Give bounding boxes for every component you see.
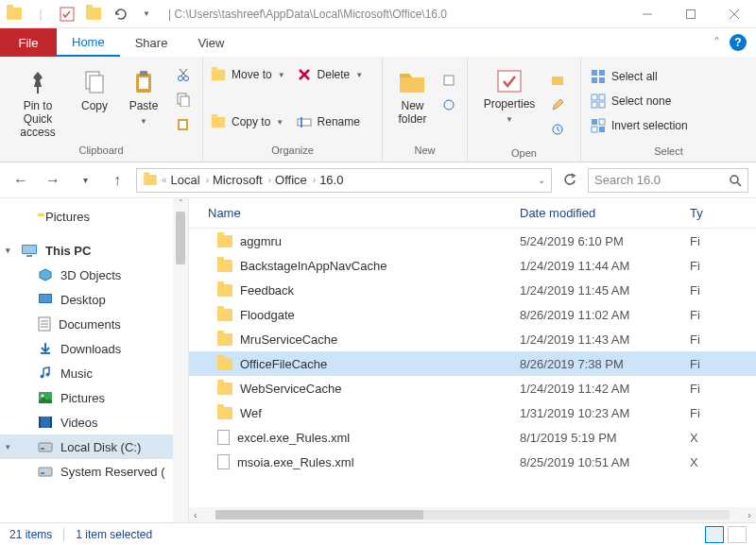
home-tab[interactable]: Home (57, 28, 120, 57)
select-all-button[interactable]: Select all (587, 64, 662, 89)
recent-dropdown[interactable]: ▾ (72, 167, 98, 194)
rename-button[interactable]: Rename (293, 110, 368, 134)
refresh-button[interactable] (558, 168, 582, 193)
new-folder-button[interactable]: New folder (390, 62, 435, 127)
tree-item[interactable]: Downloads (0, 336, 188, 361)
maximize-button[interactable] (669, 0, 713, 28)
file-type: Fi (690, 382, 756, 396)
quick-access-toolbar: | ▼ (0, 6, 161, 23)
tree-item[interactable]: Desktop (0, 287, 188, 312)
details-view-button[interactable] (705, 526, 724, 543)
breadcrumb[interactable]: « Local› Microsoft› Office› 16.0 ⌄ (136, 168, 552, 193)
file-list[interactable]: aggmru 5/24/2019 6:10 PM Fi BackstageInA… (189, 229, 756, 507)
copy-button[interactable]: Copy (72, 62, 117, 113)
open-button[interactable] (547, 68, 568, 93)
file-tab[interactable]: File (0, 28, 57, 57)
expand-icon[interactable]: ▾ (6, 246, 10, 255)
tree-item[interactable]: ▾Local Disk (C:) (0, 434, 188, 459)
navigation-tree[interactable]: Pictures▾This PC3D ObjectsDesktopDocumen… (0, 198, 189, 522)
properties-qat-icon[interactable] (59, 6, 76, 23)
delete-icon (297, 67, 312, 82)
folder-qat-icon[interactable] (85, 6, 102, 23)
file-row[interactable]: Wef 1/31/2019 10:23 AM Fi (189, 400, 756, 425)
tree-item[interactable]: ▾This PC (0, 238, 188, 263)
file-name: msoia.exe_Rules.xml (237, 455, 354, 469)
tree-item[interactable]: Pictures (0, 204, 188, 229)
new-item-button[interactable] (438, 68, 459, 93)
file-row[interactable]: BackstageInAppNavCache 1/24/2019 11:44 A… (189, 253, 756, 278)
tree-item[interactable]: Music (0, 361, 188, 385)
horizontal-scrollbar[interactable]: ‹ › (189, 507, 756, 522)
tree-item[interactable]: 3D Objects (0, 263, 188, 287)
tree-item[interactable]: Documents (0, 312, 188, 336)
breadcrumb-item[interactable]: Office› (275, 173, 316, 187)
forward-button[interactable]: → (40, 167, 66, 194)
status-bar: 21 items 1 item selected (0, 522, 756, 545)
file-name: WebServiceCache (240, 382, 341, 396)
share-tab[interactable]: Share (120, 28, 183, 57)
scissors-icon (176, 67, 191, 82)
expand-icon[interactable]: ▾ (6, 442, 10, 451)
tree-scrollbar[interactable]: ˄ (173, 198, 188, 522)
paste-shortcut-button[interactable] (172, 111, 195, 136)
pin-to-quick-access-button[interactable]: Pin to Quick access (8, 62, 68, 139)
file-icon (217, 454, 230, 469)
file-row[interactable]: Floodgate 8/26/2019 11:02 AM Fi (189, 302, 756, 327)
column-type[interactable]: Ty (690, 206, 756, 220)
history-button[interactable] (547, 117, 568, 142)
tree-item-icon (38, 292, 53, 307)
close-button[interactable] (713, 0, 756, 28)
breadcrumb-item[interactable]: Microsoft› (213, 173, 271, 187)
tree-item[interactable]: Pictures (0, 385, 188, 410)
copy-path-button[interactable] (172, 87, 195, 111)
search-input[interactable]: Search 16.0 (588, 168, 748, 193)
thumbnails-view-button[interactable] (728, 526, 747, 543)
up-button[interactable]: ↑ (104, 167, 130, 194)
scroll-left-icon[interactable]: ‹ (189, 510, 202, 520)
file-row[interactable]: excel.exe_Rules.xml 8/1/2019 5:19 PM X (189, 425, 756, 450)
select-none-button[interactable]: Select none (587, 89, 675, 113)
file-row[interactable]: MruServiceCache 1/24/2019 11:43 AM Fi (189, 327, 756, 351)
scroll-right-icon[interactable]: › (743, 510, 756, 520)
column-date[interactable]: Date modified (520, 206, 690, 220)
column-name[interactable]: Name (189, 206, 520, 220)
file-row[interactable]: Feedback 1/24/2019 11:45 AM Fi (189, 278, 756, 302)
select-none-icon (591, 94, 606, 109)
qat-dropdown-icon[interactable]: ▼ (138, 6, 155, 23)
tree-item[interactable]: Videos (0, 410, 188, 434)
properties-button[interactable]: Properties ▼ (475, 62, 543, 124)
svg-rect-32 (599, 77, 605, 83)
breadcrumb-item[interactable]: Local› (171, 173, 209, 187)
tree-item-label: 3D Objects (60, 268, 121, 282)
file-row[interactable]: msoia.exe_Rules.xml 8/25/2019 10:51 AM X (189, 450, 756, 474)
search-placeholder: Search 16.0 (594, 173, 661, 187)
file-date: 8/25/2019 10:51 AM (520, 455, 690, 469)
scrollbar-thumb[interactable] (215, 510, 423, 519)
file-row[interactable]: WebServiceCache 1/24/2019 11:42 AM Fi (189, 376, 756, 400)
delete-button[interactable]: Delete▼ (293, 62, 368, 87)
easy-access-button[interactable] (438, 93, 459, 117)
folder-icon (217, 284, 232, 297)
view-tab[interactable]: View (182, 28, 239, 57)
svg-rect-63 (41, 472, 44, 474)
breadcrumb-item[interactable]: 16.0 (319, 173, 343, 187)
tree-item[interactable]: System Reserved ( (0, 459, 188, 484)
back-button[interactable]: ← (8, 167, 34, 194)
minimize-button[interactable] (626, 0, 669, 28)
undo-qat-icon[interactable] (112, 6, 129, 23)
cut-button[interactable] (172, 62, 195, 87)
invert-selection-button[interactable]: Invert selection (587, 113, 692, 138)
collapse-ribbon-icon[interactable]: ˄ (713, 35, 720, 50)
edit-button[interactable] (547, 93, 568, 117)
copy-to-button[interactable]: Copy to▼ (207, 110, 289, 134)
breadcrumb-dropdown-icon[interactable]: ⌄ (538, 175, 545, 185)
paste-button[interactable]: Paste ▼ (121, 62, 166, 126)
file-row[interactable]: aggmru 5/24/2019 6:10 PM Fi (189, 229, 756, 253)
file-name: BackstageInAppNavCache (240, 259, 387, 273)
help-icon[interactable]: ? (730, 34, 747, 51)
chevron-down-icon: ▼ (276, 118, 284, 127)
move-to-button[interactable]: Move to▼ (207, 62, 289, 87)
file-date: 1/24/2019 11:42 AM (520, 382, 690, 396)
scrollbar-thumb[interactable] (176, 212, 185, 264)
file-row[interactable]: OfficeFileCache 8/26/2019 7:38 PM Fi (189, 351, 756, 376)
